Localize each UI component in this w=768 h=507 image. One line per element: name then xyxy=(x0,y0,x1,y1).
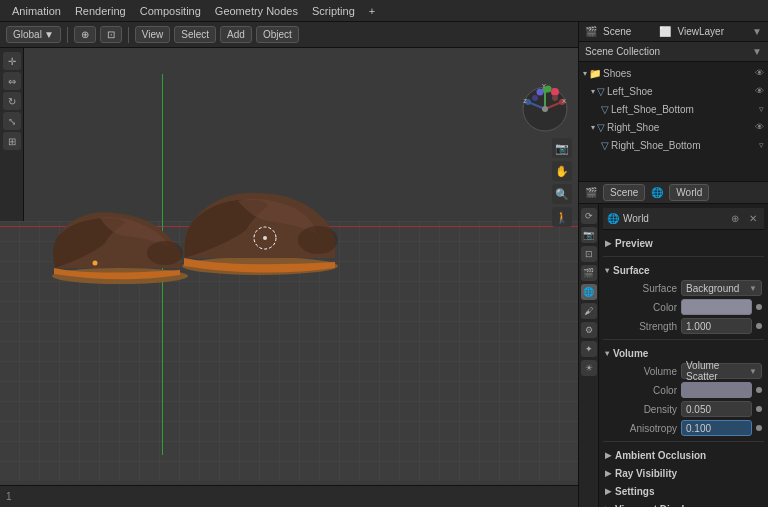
menu-scripting[interactable]: Scripting xyxy=(306,3,361,19)
view-btn[interactable]: View xyxy=(135,26,171,43)
left-shoe-vis[interactable]: 👁 xyxy=(755,86,764,96)
object-menu-btn[interactable]: Object xyxy=(256,26,299,43)
top-menu-bar: Animation Rendering Compositing Geometry… xyxy=(0,0,768,22)
camera-view-icon[interactable]: 📷 xyxy=(552,138,572,158)
volume-label: Volume xyxy=(613,348,648,359)
viewport-toolbar: Global ▼ ⊕ ⊡ View Select Add Object xyxy=(0,22,578,48)
outliner-filter-icon[interactable]: ▼ xyxy=(752,46,762,57)
viewlayer-icon: ⬜ xyxy=(659,26,671,37)
global-btn[interactable]: Global ▼ xyxy=(6,26,61,43)
header-scene-row: 🎬 Scene ⬜ ViewLayer ▼ xyxy=(579,22,768,42)
prop-icon-view[interactable]: ⊡ xyxy=(581,246,597,262)
svg-point-18 xyxy=(551,88,559,96)
volume-color-row: Color xyxy=(603,381,764,399)
settings-section[interactable]: ▶ Settings xyxy=(603,482,764,500)
prop-icon-particles[interactable]: ✦ xyxy=(581,341,597,357)
right-panel: 🎬 Scene ⬜ ViewLayer ▼ Scene Collection ▼… xyxy=(578,22,768,507)
ao-label: Ambient Occlusion xyxy=(615,450,706,461)
vd-label: Viewport Display xyxy=(615,504,695,508)
outliner-panel: Scene Collection ▼ ▾ 📁 Shoes 👁 ▾ ▽ Left_… xyxy=(579,42,768,182)
settings-arrow: ▶ xyxy=(605,487,611,496)
ao-arrow: ▶ xyxy=(605,451,611,460)
world-new-btn[interactable]: ⊕ xyxy=(728,212,742,225)
left-shoe-bottom-vis[interactable]: ▿ xyxy=(759,104,764,114)
filter-icon[interactable]: ▼ xyxy=(752,26,762,37)
viewport-3d[interactable]: Global ▼ ⊕ ⊡ View Select Add Object ✛ ⇔ … xyxy=(0,22,578,507)
divider-2 xyxy=(603,339,764,340)
left-shoe-icon: ▽ xyxy=(597,86,605,97)
shoes-vis-icon[interactable]: 👁 xyxy=(755,68,764,78)
toolbar-separator-1 xyxy=(67,27,68,43)
volume-color-value[interactable] xyxy=(681,382,752,398)
shoes-expand-icon: ▾ xyxy=(583,69,587,78)
left-shoe-expand-icon: ▾ xyxy=(591,87,595,96)
main-layout: Global ▼ ⊕ ⊡ View Select Add Object ✛ ⇔ … xyxy=(0,22,768,507)
surface-color-value[interactable] xyxy=(681,299,752,315)
surface-strength-value[interactable]: 1.000 xyxy=(681,318,752,334)
surface-type-row: Surface Background ▼ xyxy=(603,279,764,297)
volume-anisotropy-value[interactable]: 0.100 xyxy=(681,420,752,436)
prop-icon-render[interactable]: ⟳ xyxy=(581,208,597,224)
prop-icon-output[interactable]: 📷 xyxy=(581,227,597,243)
shoes-label: Shoes xyxy=(603,68,751,79)
preview-arrow: ▶ xyxy=(605,239,611,248)
zoom-icon[interactable]: 🔍 xyxy=(552,184,572,204)
scene-tab[interactable]: Scene xyxy=(603,184,645,201)
volume-anisotropy-row: Anisotropy 0.100 xyxy=(603,419,764,437)
ol-item-right-shoe[interactable]: ▾ ▽ Right_Shoe 👁 xyxy=(579,118,768,136)
volume-type-value[interactable]: Volume Scatter ▼ xyxy=(681,363,762,379)
menu-geometry-nodes[interactable]: Geometry Nodes xyxy=(209,3,304,19)
preview-label: Preview xyxy=(615,238,653,249)
surface-strength-row: Strength 1.000 xyxy=(603,317,764,335)
ol-item-left-shoe[interactable]: ▾ ▽ Left_Shoe 👁 xyxy=(579,82,768,100)
surface-type-label: Surface xyxy=(619,283,677,294)
hand-icon[interactable]: ✋ xyxy=(552,161,572,181)
volume-density-row: Density 0.050 xyxy=(603,400,764,418)
viewport-display-section[interactable]: ▶ Viewport Display xyxy=(603,500,764,507)
prop-icon-world[interactable]: 🌐 xyxy=(581,284,597,300)
menu-plus[interactable]: + xyxy=(363,3,381,19)
svg-point-6 xyxy=(263,236,267,240)
ol-item-shoes[interactable]: ▾ 📁 Shoes 👁 xyxy=(579,64,768,82)
volume-density-value[interactable]: 0.050 xyxy=(681,401,752,417)
prop-icon-physics[interactable]: ☀ xyxy=(581,360,597,376)
volume-type-label: Volume xyxy=(619,366,677,377)
right-shoe-bottom-vis[interactable]: ▿ xyxy=(759,140,764,150)
svg-text:X: X xyxy=(562,98,566,104)
right-shoe-vis[interactable]: 👁 xyxy=(755,122,764,132)
menu-compositing[interactable]: Compositing xyxy=(134,3,207,19)
surface-dropdown-arrow: ▼ xyxy=(749,284,757,293)
right-shoe-bottom-icon: ▽ xyxy=(601,140,609,151)
frame-label: 1 xyxy=(6,491,12,502)
navigation-gizmo[interactable]: Y X Z xyxy=(520,84,570,134)
cursor-btn[interactable]: ⊕ xyxy=(74,26,96,43)
global-dropdown-icon: ▼ xyxy=(44,29,54,40)
person-icon[interactable]: 🚶 xyxy=(552,207,572,227)
surface-strength-label: Strength xyxy=(619,321,677,332)
ray-visibility-section[interactable]: ▶ Ray Visibility xyxy=(603,464,764,482)
surface-color-row: Color xyxy=(603,298,764,316)
ol-item-right-shoe-bottom[interactable]: ▽ Right_Shoe_Bottom ▿ xyxy=(579,136,768,154)
volume-color-dot xyxy=(756,387,762,393)
menu-rendering[interactable]: Rendering xyxy=(69,3,132,19)
surface-section[interactable]: ▾ Surface xyxy=(603,261,764,279)
ambient-occlusion-section[interactable]: ▶ Ambient Occlusion xyxy=(603,446,764,464)
shoe-right xyxy=(170,168,350,278)
world-tab[interactable]: World xyxy=(669,184,709,201)
preview-section[interactable]: ▶ Preview xyxy=(603,234,764,252)
left-shoe-bottom-label: Left_Shoe_Bottom xyxy=(611,104,755,115)
volume-density-text: 0.050 xyxy=(686,404,711,415)
ol-item-left-shoe-bottom[interactable]: ▽ Left_Shoe_Bottom ▿ xyxy=(579,100,768,118)
add-btn[interactable]: Add xyxy=(220,26,252,43)
prop-icon-scene[interactable]: 🎬 xyxy=(581,265,597,281)
prop-icon-object[interactable]: 🖌 xyxy=(581,303,597,319)
menu-animation[interactable]: Animation xyxy=(6,3,67,19)
surface-type-value[interactable]: Background ▼ xyxy=(681,280,762,296)
volume-color-label: Color xyxy=(619,385,677,396)
world-close-btn[interactable]: ✕ xyxy=(746,212,760,225)
select-btn[interactable]: ⊡ xyxy=(100,26,122,43)
shoes-folder-icon: 📁 xyxy=(589,68,601,79)
prop-icon-modifier[interactable]: ⚙ xyxy=(581,322,597,338)
select-menu-btn[interactable]: Select xyxy=(174,26,216,43)
properties-header: 🎬 Scene 🌐 World xyxy=(579,182,768,204)
